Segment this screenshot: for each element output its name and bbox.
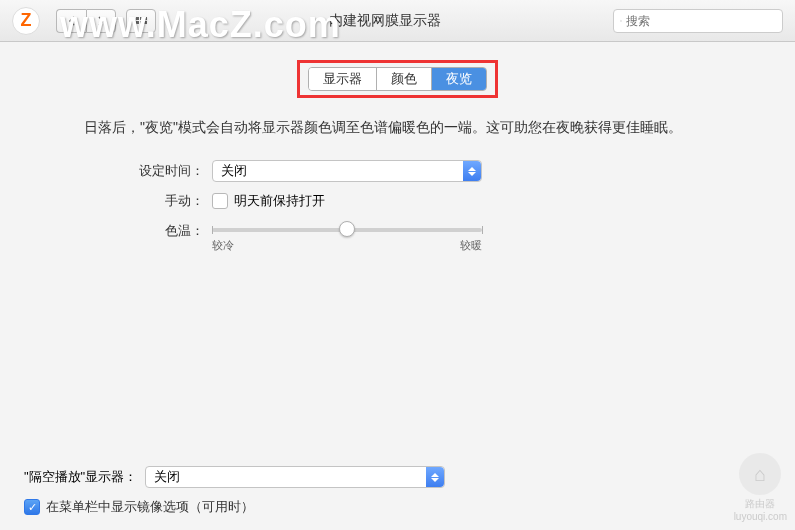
temperature-label: 色温： — [124, 220, 204, 240]
tab-display[interactable]: 显示器 — [309, 68, 377, 90]
chevron-updown-icon — [463, 161, 481, 181]
airplay-label: "隔空播放"显示器： — [24, 468, 137, 486]
corner-badge: ⌂ 路由器 luyouqi.com — [734, 453, 787, 522]
bottom-section: "隔空播放"显示器： 关闭 ✓ 在菜单栏中显示镜像选项（可用时） — [0, 452, 795, 530]
schedule-value: 关闭 — [221, 162, 247, 180]
search-input[interactable] — [626, 14, 776, 28]
manual-checkbox-label: 明天前保持打开 — [234, 192, 325, 210]
schedule-row: 设定时间： 关闭 — [124, 160, 771, 182]
watermark-text: www.MacZ.com — [60, 4, 341, 46]
description-text: 日落后，"夜览"模式会自动将显示器颜色调至色谱偏暖色的一端。这可助您在夜晚获得更… — [24, 116, 771, 160]
form-area: 设定时间： 关闭 手动： 明天前保持打开 色温： 较冷 — [24, 160, 771, 253]
tab-night-shift[interactable]: 夜览 — [432, 68, 486, 90]
router-icon: ⌂ — [739, 453, 781, 495]
airplay-row: "隔空播放"显示器： 关闭 — [24, 466, 771, 488]
temperature-slider[interactable] — [212, 228, 482, 232]
mirror-row: ✓ 在菜单栏中显示镜像选项（可用时） — [24, 498, 771, 516]
airplay-select[interactable]: 关闭 — [145, 466, 445, 488]
airplay-value: 关闭 — [154, 468, 180, 486]
corner-badge-sub: luyouqi.com — [734, 511, 787, 522]
chevron-updown-icon — [426, 467, 444, 487]
slider-labels: 较冷 较暖 — [212, 238, 482, 253]
schedule-label: 设定时间： — [124, 162, 204, 180]
manual-row: 手动： 明天前保持打开 — [124, 192, 771, 210]
slider-max-label: 较暖 — [460, 238, 482, 253]
logo-z-icon: Z — [12, 7, 40, 35]
manual-checkbox[interactable] — [212, 193, 228, 209]
mirror-checkbox[interactable]: ✓ — [24, 499, 40, 515]
content-area: 显示器 颜色 夜览 日落后，"夜览"模式会自动将显示器颜色调至色谱偏暖色的一端。… — [0, 42, 795, 281]
temperature-row: 色温： 较冷 较暖 — [124, 220, 771, 253]
slider-min-label: 较冷 — [212, 238, 234, 253]
tab-group: 显示器 颜色 夜览 — [308, 67, 487, 91]
tabs-row: 显示器 颜色 夜览 — [24, 60, 771, 98]
search-box[interactable] — [613, 9, 783, 33]
slider-thumb[interactable] — [339, 221, 355, 237]
tab-color[interactable]: 颜色 — [377, 68, 432, 90]
manual-label: 手动： — [124, 192, 204, 210]
schedule-select[interactable]: 关闭 — [212, 160, 482, 182]
search-icon — [620, 15, 622, 27]
mirror-label: 在菜单栏中显示镜像选项（可用时） — [46, 498, 254, 516]
corner-badge-text: 路由器 — [734, 497, 787, 511]
highlight-box: 显示器 颜色 夜览 — [297, 60, 498, 98]
svg-point-0 — [620, 20, 621, 21]
